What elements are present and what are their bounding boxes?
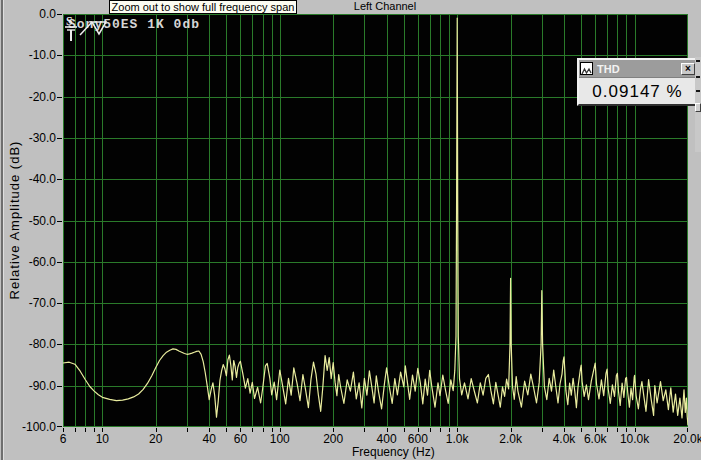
clipped-dash: [696, 90, 700, 92]
x-tick-label: 6.0k: [573, 432, 617, 446]
thd-titlebar[interactable]: THD ×: [579, 60, 696, 77]
sound-technology-logo-icon: S: [63, 14, 109, 44]
x-tick-label: 6: [41, 432, 85, 446]
thd-window[interactable]: THD × 0.09147 %: [577, 58, 698, 106]
y-tick: [57, 303, 62, 304]
y-tick-label: -40.0: [10, 172, 56, 186]
thd-value: 0.09147 %: [579, 77, 696, 104]
y-tick-label: -50.0: [10, 214, 56, 228]
chart-title: Left Channel: [330, 0, 440, 13]
close-icon[interactable]: ×: [681, 63, 695, 75]
y-tick-label: 0.0: [10, 7, 56, 21]
clipped-dash: [696, 76, 700, 78]
y-tick: [57, 97, 62, 98]
x-tick-label: 1.0k: [435, 432, 479, 446]
svg-text:S: S: [66, 14, 73, 28]
x-tick-label: 2.0k: [489, 432, 533, 446]
y-tick: [57, 55, 62, 56]
y-tick: [57, 426, 62, 427]
clipped-button: [695, 103, 701, 112]
spectra-analyzer-window: Zoom out to show full frequency span Lef…: [0, 0, 701, 460]
waveform-icon: [580, 62, 593, 75]
x-tick-label: 10: [80, 432, 124, 446]
y-tick-label: -20.0: [10, 90, 56, 104]
y-tick: [57, 179, 62, 180]
y-tick: [57, 221, 62, 222]
y-tick-label: -10.0: [10, 48, 56, 62]
x-tick-label: 60: [218, 432, 262, 446]
y-tick-label: -100.0: [10, 420, 56, 434]
x-tick-label: 200: [311, 432, 355, 446]
clipped-dash: [696, 60, 700, 62]
y-tick: [57, 386, 62, 387]
y-tick: [57, 262, 62, 263]
y-tick-label: -30.0: [10, 131, 56, 145]
x-tick-label: 100: [258, 432, 302, 446]
thd-window-title: THD: [593, 63, 681, 75]
x-tick-label: 10.0k: [613, 432, 657, 446]
x-tick-label: 20: [134, 432, 178, 446]
y-tick-label: -80.0: [10, 337, 56, 351]
y-tick: [57, 14, 62, 15]
y-tick: [57, 138, 62, 139]
y-tick-label: -90.0: [10, 379, 56, 393]
x-tick-label: 600: [396, 432, 440, 446]
y-tick: [57, 344, 62, 345]
clipped-panel-strip: [695, 57, 701, 152]
x-tick-label: 20.0k: [666, 432, 701, 446]
x-axis-title: Frequency (Hz): [352, 445, 435, 459]
y-tick-label: -70.0: [10, 296, 56, 310]
y-tick-label: -60.0: [10, 255, 56, 269]
zoom-tooltip: Zoom out to show full frequency span: [109, 0, 297, 14]
window-left-border-highlight: [3, 0, 4, 460]
